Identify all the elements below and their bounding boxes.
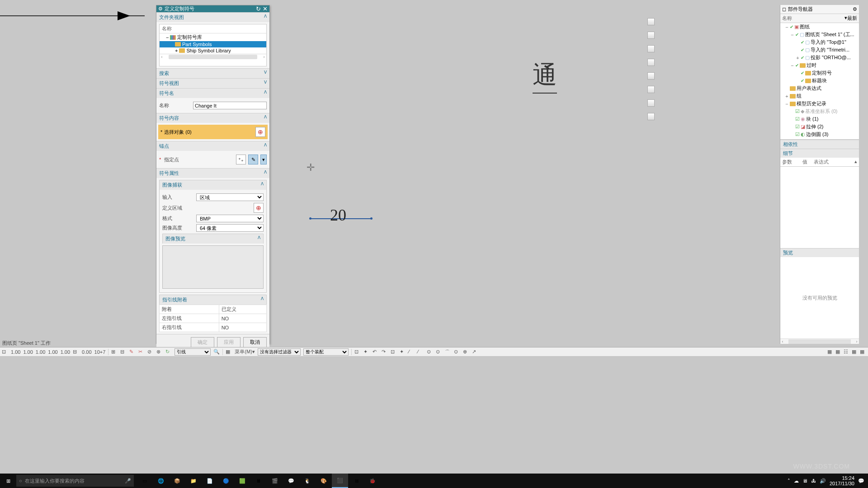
mic-icon[interactable]: 🎤 <box>125 478 131 484</box>
params-table[interactable]: 参数值表达式▴ <box>780 158 859 248</box>
tool-icon[interactable]: ✦ <box>400 349 406 355</box>
tool-icon[interactable]: ⊙ <box>427 349 433 355</box>
menu-icon[interactable]: ▦ <box>226 349 232 355</box>
dimension-value[interactable]: 20 <box>330 206 346 225</box>
section-anchor[interactable]: 锚点ᐱ <box>156 141 269 151</box>
section-folder-view[interactable]: 文件夹视图ᐱ <box>156 12 269 22</box>
scroll-left-icon[interactable]: ‹ <box>780 339 785 344</box>
pin-icon[interactable]: ◻ <box>782 6 786 12</box>
height-select[interactable]: 64 像素 <box>196 224 264 232</box>
tool-icon[interactable]: ∕ <box>418 349 424 355</box>
tool-button[interactable] <box>647 72 655 80</box>
search-icon[interactable]: 🔍 <box>213 349 220 355</box>
tree-item-library[interactable]: −定制符号库 <box>160 33 266 41</box>
tool-icon[interactable]: ⊡ <box>2 349 8 355</box>
dialog-titlebar[interactable]: ⚙ 定义定制符号 ↻ ✕ <box>156 5 269 12</box>
drawing-canvas[interactable]: ✛ 20 通 图纸页 "Sheet 1" 工作 <box>0 0 565 344</box>
tree-item-ship-library[interactable]: +Ship Symbol Library <box>160 47 266 54</box>
navigator-tree[interactable]: −✔▣图纸 −✔▢图纸页 "Sheet 1" (工... ✔▢导入的 "Top@… <box>780 23 859 140</box>
app-chrome[interactable]: 🌐 <box>153 474 169 488</box>
section-search[interactable]: 搜索ᐯ <box>156 68 269 78</box>
tool-icon[interactable]: ▦ <box>827 349 834 355</box>
tool-button[interactable] <box>647 32 655 39</box>
tray-network-icon[interactable]: 🖧 <box>811 478 816 483</box>
navigator-titlebar[interactable]: ◻ 部件导航器 ⚙ <box>780 5 859 14</box>
app-icon[interactable]: 🐧 <box>299 474 316 488</box>
tool-icon[interactable]: ☷ <box>844 349 850 355</box>
cancel-button[interactable]: 取消 <box>243 337 267 347</box>
notification-icon[interactable]: 💬 <box>858 478 864 484</box>
tool-icon[interactable]: ✎ <box>129 349 136 355</box>
section-symbol-props[interactable]: 符号属性ᐱ <box>156 168 269 178</box>
app-icon[interactable]: 🔵 <box>218 474 234 488</box>
app-visualstudio[interactable]: ⬛ <box>332 474 348 488</box>
close-icon[interactable]: ✕ <box>263 5 268 12</box>
tool-icon[interactable]: ⊙ <box>454 349 460 355</box>
define-region-button[interactable]: ⊕ <box>254 203 264 213</box>
folder-tree[interactable]: 名称 −定制符号库 Part Symbols +Ship Symbol Libr… <box>159 24 267 66</box>
name-input[interactable] <box>193 102 267 109</box>
tool-icon[interactable]: ✦ <box>363 349 370 355</box>
tool-icon[interactable]: ↷ <box>382 349 388 355</box>
tool-button[interactable] <box>647 86 655 93</box>
section-symbol-name[interactable]: 符号名ᐱ <box>156 88 269 98</box>
tray-icon[interactable]: ☁ <box>794 478 799 484</box>
app-icon[interactable]: 🖥 <box>348 474 364 488</box>
tool-icon[interactable]: ∕ <box>409 349 415 355</box>
tool-icon[interactable]: ↻ <box>165 349 172 355</box>
scrollbar[interactable] <box>169 55 257 59</box>
section-image-capture[interactable]: 图像捕获ᐱ <box>159 180 267 190</box>
section-symbol-content[interactable]: 符号内容ᐱ <box>156 113 269 123</box>
tool-button[interactable] <box>647 59 655 66</box>
section-image-preview[interactable]: 图像预览ᐱ <box>162 234 264 244</box>
tool-button[interactable] <box>647 99 655 107</box>
format-select[interactable]: BMP <box>196 215 264 222</box>
input-select[interactable]: 区域 <box>196 193 264 201</box>
tray-up-icon[interactable]: ˄ <box>788 478 790 484</box>
app-icon[interactable]: 🟩 <box>234 474 250 488</box>
dependency-section[interactable]: 相依性 <box>780 140 859 149</box>
sort-icon[interactable]: ▴ <box>854 159 857 165</box>
tool-button[interactable] <box>647 113 655 120</box>
filter-select[interactable]: 没有选择过滤器 <box>258 348 301 356</box>
scrollbar[interactable] <box>788 339 851 344</box>
taskbar-clock[interactable]: 15:24 2017/11/30 <box>830 475 854 486</box>
tool-icon[interactable]: ⊗ <box>156 349 163 355</box>
tool-icon[interactable]: ✂ <box>138 349 145 355</box>
tool-icon[interactable]: ⊞ <box>111 349 118 355</box>
app-icon[interactable]: 🎨 <box>316 474 332 488</box>
tool-icon[interactable]: ▦ <box>835 349 842 355</box>
scroll-right-icon[interactable]: › <box>854 339 859 344</box>
tree-item-part-symbols[interactable]: Part Symbols <box>160 41 266 47</box>
ok-button[interactable]: 确定 <box>191 337 214 347</box>
infer-point-button[interactable]: ✎ <box>248 155 258 164</box>
preview-section[interactable]: 预览 <box>780 248 859 257</box>
tool-icon[interactable]: ⊟ <box>73 349 79 355</box>
apply-button[interactable]: 应用 <box>217 337 241 347</box>
tool-icon[interactable]: ⊙ <box>436 349 442 355</box>
tool-icon[interactable]: ▦ <box>852 349 858 355</box>
scroll-left-icon[interactable]: ‹ <box>160 55 164 59</box>
system-tray[interactable]: ˄ ☁ 🖥 🖧 🔊 15:24 2017/11/30 💬 <box>788 475 868 486</box>
task-view-button[interactable]: ▭ <box>137 474 153 488</box>
section-symbol-view[interactable]: 符号视图ᐯ <box>156 78 269 88</box>
tool-icon[interactable]: ↶ <box>373 349 379 355</box>
tool-icon[interactable]: ⊘ <box>147 349 154 355</box>
taskbar-search[interactable]: ○ 在这里输入你要搜索的内容 🎤 <box>16 475 134 487</box>
start-button[interactable]: ⊞ <box>0 474 16 488</box>
section-leader-attach[interactable]: 指引线附着ᐱ <box>159 295 267 305</box>
select-target-button[interactable]: ⊕ <box>255 127 265 137</box>
app-calculator[interactable]: 🖩 <box>250 474 267 488</box>
dropdown-button[interactable]: ▾ <box>260 155 267 164</box>
reset-icon[interactable]: ↻ <box>256 5 261 12</box>
navigator-columns[interactable]: 名称▾ 最新 <box>780 14 859 23</box>
leader-select[interactable]: 引线 <box>175 348 211 356</box>
tool-icon[interactable]: ⊕ <box>463 349 469 355</box>
app-explorer[interactable]: 📁 <box>185 474 202 488</box>
app-icon[interactable]: 🎬 <box>267 474 283 488</box>
tool-icon[interactable]: ▦ <box>860 349 866 355</box>
scroll-right-icon[interactable]: › <box>262 55 266 59</box>
app-wechat[interactable]: 💬 <box>283 474 299 488</box>
scope-select[interactable]: 整个装配 <box>303 348 349 356</box>
tool-button[interactable] <box>647 18 655 25</box>
